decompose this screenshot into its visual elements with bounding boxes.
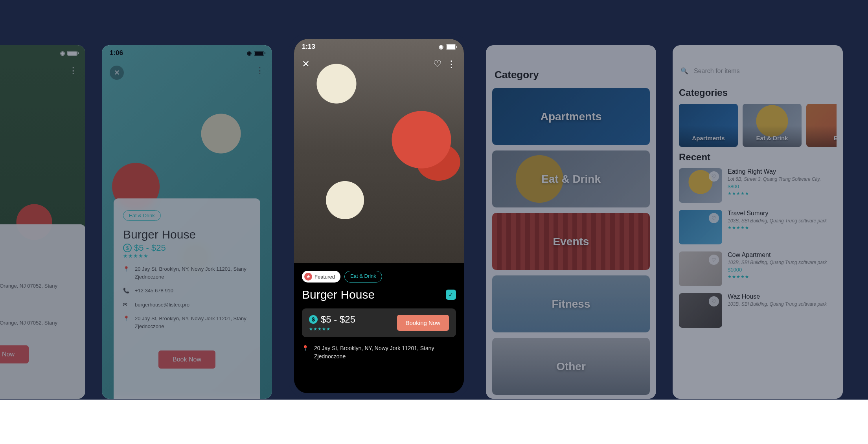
item-name: Cow Apartment xyxy=(728,251,837,259)
category-mini-events[interactable]: E xyxy=(806,104,837,147)
category-tag[interactable]: Eat & Drink xyxy=(344,271,382,283)
category-mini-apartments[interactable]: Apartments xyxy=(679,104,738,147)
status-bar: 1:06 ◉ xyxy=(102,45,272,61)
item-address: 103B, SBI Building, Quang Trung software… xyxy=(728,218,837,224)
listing-title: Sticky Band xyxy=(0,251,75,267)
status-time: 1:06 xyxy=(110,49,123,57)
detail-card: Eat & Drink Burger House $$5 - $25 ★★★★★… xyxy=(114,198,260,399)
wifi-icon: ◉ xyxy=(439,44,443,50)
address-text: 43 Collamore Terrace, West Orange, NJ 07… xyxy=(0,282,75,297)
item-address: Lot 6B, Street 3, Quang Trung Software C… xyxy=(728,176,837,182)
booking-now-button[interactable]: Booking Now xyxy=(397,315,449,331)
email-text: burgerhouse@listeo.pro xyxy=(135,301,189,309)
heart-icon[interactable]: ♡ xyxy=(709,255,719,265)
more-icon[interactable]: ⋮ xyxy=(256,66,264,76)
category-tag[interactable]: Eat & Drink xyxy=(123,210,161,221)
featured-badge: ★Featured xyxy=(302,271,340,283)
address-text: 43 Collamore Terrace, West Orange, NJ 07… xyxy=(0,319,75,334)
rating-stars: ★★★★★ xyxy=(309,327,355,332)
phone-screen-4: Category Apartments Eat & Drink Events F… xyxy=(486,45,656,399)
phone-text: +12 345 678 910 xyxy=(135,287,173,295)
category-card-other[interactable]: Other xyxy=(492,338,650,395)
category-card-eat-drink[interactable]: Eat & Drink xyxy=(492,150,650,207)
item-thumb: ♡ xyxy=(679,293,722,328)
close-icon[interactable]: ✕ xyxy=(302,59,310,70)
pin-icon: 📍 xyxy=(123,265,129,281)
item-price: $800 xyxy=(728,183,837,189)
heart-icon[interactable]: ♡ xyxy=(709,296,719,306)
search-placeholder: Search for items xyxy=(694,68,739,75)
detail-card: Events Sticky Band ★★★★★ 📍43 Collamore T… xyxy=(0,224,85,399)
mail-icon: ✉ xyxy=(123,301,129,309)
category-card-apartments[interactable]: Apartments xyxy=(492,88,650,145)
dollar-icon: $ xyxy=(309,315,318,324)
category-mini-eat-drink[interactable]: Eat & Drink xyxy=(743,104,802,147)
category-card-fitness[interactable]: Fitness xyxy=(492,275,650,332)
price-card: $$5 - $25 ★★★★★ Booking Now xyxy=(302,308,456,337)
star-icon: ★ xyxy=(304,273,312,281)
price-range: $$5 - $25 xyxy=(123,243,251,253)
rating-stars: ★★★★★ xyxy=(0,269,75,275)
listing-title: Burger House xyxy=(123,228,251,241)
search-icon: 🔍 xyxy=(680,67,688,75)
detail-body: ★Featured Eat & Drink Burger House ✓ $$5… xyxy=(294,263,464,393)
status-time: 1:13 xyxy=(302,43,315,51)
verified-icon: ✓ xyxy=(446,290,456,300)
list-item[interactable]: ♡ Cow Apartment 103B, SBI Building, Quan… xyxy=(679,251,837,286)
pin-icon: 📍 xyxy=(123,315,129,330)
phones-row: :03 ◉ ⋮ Events Sticky Band ★★★★★ 📍43 Col… xyxy=(0,45,868,399)
item-price: $1000 xyxy=(728,267,837,273)
category-card-events[interactable]: Events xyxy=(492,213,650,270)
close-icon[interactable]: ✕ xyxy=(110,66,124,80)
wifi-icon: ◉ xyxy=(60,50,65,56)
list-item[interactable]: ♡ Travel Sumary 103B, SBI Building, Quan… xyxy=(679,210,837,244)
item-thumb: ♡ xyxy=(679,210,722,244)
item-address: 103B, SBI Building, Quang Trung software… xyxy=(728,260,837,265)
phone-screen-center: 1:13 ◉ ✕ ♡ ⋮ ★Featured Eat & Drink xyxy=(289,33,469,399)
wifi-icon: ◉ xyxy=(247,50,252,56)
phone-icon: 📞 xyxy=(123,287,129,295)
dollar-icon: $ xyxy=(123,244,132,252)
search-input[interactable]: 🔍 Search for items xyxy=(679,63,837,83)
price-range: $$5 - $25 xyxy=(309,314,355,325)
item-name: Travel Sumary xyxy=(728,210,837,217)
rating-stars: ★★★★★ xyxy=(728,191,837,196)
more-icon[interactable]: ⋮ xyxy=(447,59,456,70)
hero-section: :03 ◉ ⋮ Events Sticky Band ★★★★★ 📍43 Col… xyxy=(0,0,868,400)
item-name: Waz House xyxy=(728,293,837,300)
categories-scroll[interactable]: Apartments Eat & Drink E xyxy=(679,104,837,147)
phone-screen-1: :03 ◉ ⋮ Events Sticky Band ★★★★★ 📍43 Col… xyxy=(0,45,85,399)
rating-stars: ★★★★★ xyxy=(728,274,837,279)
phone-screen-5: 🔍 Search for items Categories Apartments… xyxy=(673,45,843,399)
item-address: 103B, SBI Building, Quang Trung software… xyxy=(728,301,837,307)
phone-screen-2: 1:06 ◉ ✕ ⋮ Eat & Drink Burger House $$5 … xyxy=(102,45,272,399)
pin-icon: 📍 xyxy=(302,344,309,361)
rating-stars: ★★★★★ xyxy=(123,253,251,259)
rating-stars: ★★★★★ xyxy=(728,225,837,230)
status-bar: :03 ◉ xyxy=(0,45,85,61)
address-text: 20 Jay St, Brooklyn, NY, Nowy Jork 11201… xyxy=(135,265,251,281)
battery-icon xyxy=(446,44,456,50)
item-thumb: ♡ xyxy=(679,168,722,203)
address-text: 20 Jay St, Brooklyn, NY, Nowy Jork 11201… xyxy=(314,344,456,361)
page-title: Category xyxy=(492,63,650,88)
book-now-button[interactable]: Book Now xyxy=(0,345,29,363)
address-text: 20 Jay St, Brooklyn, NY, Nowy Jork 11201… xyxy=(135,315,251,330)
section-title-recent: Recent xyxy=(679,152,837,163)
heartQR-icon[interactable]: ♡ xyxy=(709,171,719,182)
book-now-button[interactable]: Book Now xyxy=(158,350,215,369)
item-thumb: ♡ xyxy=(679,251,722,286)
heart-icon[interactable]: ♡ xyxy=(709,213,719,223)
list-item[interactable]: ♡ Waz House 103B, SBI Building, Quang Tr… xyxy=(679,293,837,328)
status-bar: 1:13 ◉ xyxy=(294,39,464,55)
battery-icon xyxy=(254,51,264,56)
list-item[interactable]: ♡ Eating Right Way Lot 6B, Street 3, Qua… xyxy=(679,168,837,203)
heart-icon[interactable]: ♡ xyxy=(433,59,442,70)
item-name: Eating Right Way xyxy=(728,168,837,175)
battery-icon xyxy=(67,51,77,56)
hero-image xyxy=(294,39,464,263)
more-icon[interactable]: ⋮ xyxy=(69,66,77,76)
listing-title: Burger House xyxy=(302,288,375,301)
section-title-categories: Categories xyxy=(679,87,837,98)
